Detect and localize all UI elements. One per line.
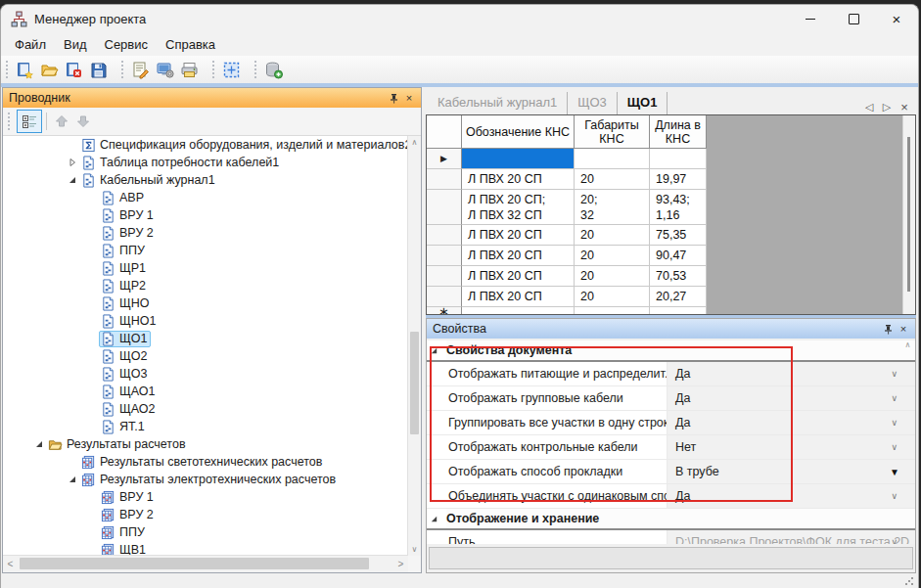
tree-node[interactable]: ЩО2 (99, 348, 151, 365)
tree-item[interactable]: Результаты светотехнических расчетов (3, 453, 408, 471)
tab-active[interactable]: ЩО1 (618, 92, 668, 114)
explorer-pin-button[interactable] (386, 91, 401, 106)
tree-item[interactable]: ЩО1 (3, 330, 408, 347)
property-name[interactable]: Путь (446, 530, 668, 544)
tree-node[interactable]: ППУ (99, 243, 149, 259)
display-settings-button[interactable] (153, 58, 177, 81)
row-selector[interactable] (427, 266, 462, 287)
collapse-icon[interactable] (66, 173, 79, 187)
dropdown-chevron-icon[interactable]: ∨ (891, 411, 898, 434)
grid-cell[interactable]: Л ПВХ 20 СП (462, 266, 575, 287)
tree-node[interactable]: ВРУ 1 (99, 207, 158, 224)
tree-item[interactable]: ППУ (3, 242, 408, 259)
grid-cell[interactable]: 20 (575, 169, 650, 190)
grid-cell[interactable]: 93,43;1,16 (650, 190, 707, 225)
tree-item[interactable]: Кабельный журнал1 (3, 171, 408, 189)
tree-node[interactable]: Результаты расчетов (46, 436, 190, 453)
tree-item[interactable]: ЩР1 (3, 259, 408, 277)
dropdown-chevron-icon[interactable]: ∨ (891, 435, 898, 459)
tree-hscroll-thumb[interactable] (20, 558, 369, 569)
tree-node[interactable]: АВР (99, 190, 148, 206)
property-category-row[interactable]: Свойства документа (427, 340, 915, 362)
tree-node[interactable]: ППУ (99, 524, 149, 541)
tree-item[interactable]: ЩАО1 (3, 383, 408, 400)
property-value-dropdown[interactable]: Да∨ (668, 411, 915, 434)
collapse-icon[interactable] (66, 473, 79, 486)
grid-cell[interactable]: 19,97 (650, 169, 707, 190)
close-button[interactable]: × (875, 5, 918, 32)
new-project-button[interactable] (13, 58, 37, 81)
tree-node[interactable]: ЩАО1 (99, 384, 159, 400)
tree-item[interactable]: ВРУ 2 (3, 224, 408, 242)
tree-node[interactable]: ЩНО1 (99, 313, 160, 330)
toolbar-grip[interactable] (211, 61, 216, 78)
resize-grip[interactable] (904, 576, 914, 586)
tree-item[interactable]: Спецификация оборудования, изделий и мат… (3, 136, 408, 154)
expand-icon[interactable] (66, 156, 79, 169)
property-value-dropdown[interactable]: В трубе▼ (668, 460, 915, 483)
toolbar-grip[interactable] (7, 113, 12, 130)
grid-cell[interactable]: 20 (575, 266, 650, 287)
property-name[interactable]: Объединять участки с одинаковым спо... (446, 484, 668, 508)
grid-cell[interactable] (650, 307, 707, 315)
grid-cell[interactable]: 70,53 (650, 266, 707, 287)
tree-node[interactable]: Спецификация оборудования, изделий и мат… (79, 137, 408, 154)
property-value-dropdown[interactable]: D:\Проверка Проектов\ФОК для теста 2D_3∨ (668, 530, 915, 544)
tree-item[interactable]: АВР (3, 189, 408, 206)
tree-node[interactable]: ЩВ1 (99, 542, 150, 557)
database-add-button[interactable] (261, 58, 286, 81)
tab-scroll-right-button[interactable]: ▷ (879, 99, 895, 114)
property-value-dropdown[interactable]: Да∨ (668, 484, 915, 508)
tree-node[interactable]: Результаты электротехнических расчетов (79, 472, 340, 488)
tree-item[interactable]: ЩО2 (3, 347, 408, 365)
tree-node[interactable]: ВРУ 2 (99, 225, 158, 242)
tree-node-selected[interactable]: ЩО1 (99, 331, 151, 347)
new-row-marker[interactable]: ∗ (427, 307, 462, 315)
dropdown-chevron-icon[interactable]: ∨ (891, 362, 898, 385)
menu-item[interactable]: Сервис (96, 35, 158, 54)
tree-node[interactable]: Таблица потребности кабелей1 (79, 155, 283, 171)
tab-close-button[interactable]: × (897, 99, 912, 114)
tree-node[interactable]: ЩО3 (99, 366, 151, 383)
open-project-button[interactable] (37, 58, 62, 81)
tree-vertical-scrollbar[interactable]: ∧ ∨ (407, 136, 421, 556)
property-name[interactable]: Отображать групповые кабели (446, 386, 668, 410)
grid-cell[interactable]: 75,35 (650, 225, 707, 246)
tree-node[interactable]: ЩАО2 (99, 401, 159, 418)
properties-pin-button[interactable] (880, 322, 896, 337)
grid-cell[interactable] (650, 149, 707, 169)
tree-item[interactable]: ЩНО (3, 294, 408, 312)
menu-item[interactable]: Справка (157, 35, 224, 54)
grid-column-header[interactable]: Длина вКНС (650, 115, 707, 149)
save-project-button[interactable] (86, 58, 111, 81)
tree-node[interactable]: ВРУ 1 (99, 489, 158, 506)
tree-item[interactable]: ВРУ 1 (3, 206, 408, 224)
grid-vertical-scrollbar[interactable] (902, 115, 915, 314)
dropdown-chevron-icon[interactable]: ∨ (891, 386, 898, 410)
dropdown-chevron-icon[interactable]: ∨ (891, 530, 898, 544)
toolbar-grip[interactable] (5, 61, 10, 78)
tab-scroll-left-button[interactable]: ◁ (861, 99, 877, 114)
menu-item[interactable]: Вид (55, 35, 96, 54)
tree-item[interactable]: Таблица потребности кабелей1 (3, 154, 408, 171)
close-project-button[interactable] (62, 58, 86, 81)
tree-node[interactable]: ЩР1 (99, 260, 150, 277)
row-selector[interactable] (427, 190, 462, 225)
grid-cell[interactable]: 20 (575, 225, 650, 246)
toolbar-grip[interactable] (120, 61, 125, 78)
property-value-dropdown[interactable]: Да∨ (668, 362, 915, 385)
row-selector[interactable] (427, 246, 462, 266)
move-up-button[interactable] (51, 111, 72, 132)
property-value-dropdown[interactable]: Нет∨ (668, 435, 915, 459)
tree-node[interactable]: ВРУ 2 (99, 507, 158, 523)
grid-cell[interactable] (575, 149, 650, 169)
grid-cell[interactable] (575, 307, 650, 315)
tree-item[interactable]: ППУ (3, 523, 408, 541)
tree-item[interactable]: ЩНО1 (3, 312, 408, 330)
grid-cell[interactable]: Л ПВХ 20 СП (462, 169, 575, 190)
tree-item[interactable]: ЯТ.1 (3, 418, 408, 435)
tree-item[interactable]: ЩВ1 (3, 541, 408, 556)
row-selector[interactable] (427, 225, 462, 246)
tree-scroll-thumb[interactable] (410, 332, 419, 434)
grid-cell[interactable]: 20,27 (650, 287, 707, 307)
